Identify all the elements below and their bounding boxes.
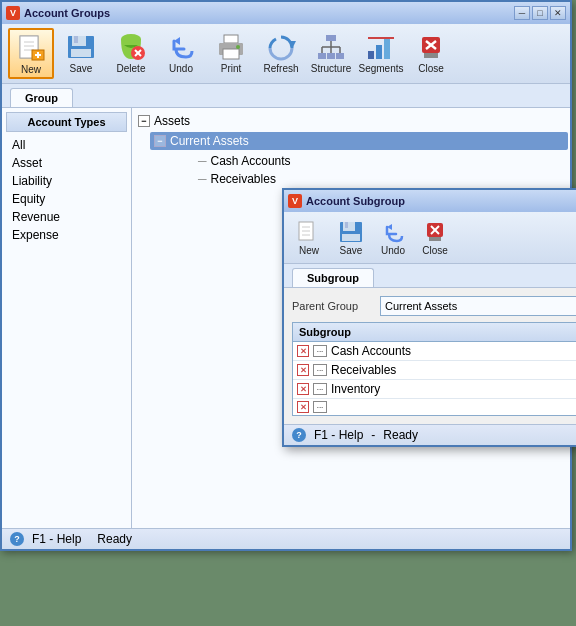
sub-toolbar-close-button[interactable]: Close <box>416 216 454 259</box>
new-icon <box>15 32 47 64</box>
type-revenue[interactable]: Revenue <box>6 208 127 226</box>
toolbar-structure-button[interactable]: Structure <box>308 28 354 79</box>
main-help-icon: ? <box>10 532 24 546</box>
sub-window-title: Account Subgroup <box>306 195 576 207</box>
tree-collapse-assets[interactable]: − <box>138 115 150 127</box>
subgroup-table: Subgroup ✕ ··· Cash Accounts ✕ ··· Recei… <box>292 322 576 416</box>
svg-rect-24 <box>327 53 335 59</box>
toolbar-refresh-button[interactable]: Refresh <box>258 28 304 79</box>
sub-content: Parent Group Subgroup ✕ ··· Cash Account… <box>284 288 576 424</box>
minimize-button[interactable]: ─ <box>514 6 530 20</box>
toolbar-save-button[interactable]: Save <box>58 28 104 79</box>
svg-rect-50 <box>429 237 441 241</box>
tree-collapse-current-assets[interactable]: − <box>154 135 166 147</box>
main-tab-bar: Group <box>2 84 570 108</box>
sub-window-icon: V <box>288 194 302 208</box>
main-content: Account Types All Asset Liability Equity… <box>2 108 570 528</box>
type-liability[interactable]: Liability <box>6 172 127 190</box>
browse-empty-button[interactable]: ··· <box>313 401 327 413</box>
structure-icon <box>315 31 347 63</box>
sub-status-bar: ? F1 - Help - Ready <box>284 424 576 445</box>
tree-item-current-assets[interactable]: − Current Assets <box>150 132 568 150</box>
svg-rect-19 <box>223 49 239 59</box>
svg-rect-16 <box>224 35 238 43</box>
subgroup-inventory-label: Inventory <box>331 382 380 396</box>
toolbar-print-button[interactable]: Print <box>208 28 254 79</box>
sub-toolbar-new-button[interactable]: New <box>290 216 328 259</box>
toolbar-segments-button[interactable]: Segments <box>358 28 404 79</box>
account-types-header: Account Types <box>6 112 127 132</box>
sub-help-text: F1 - Help <box>314 428 363 442</box>
delete-empty-button[interactable]: ✕ <box>297 401 309 413</box>
parent-group-label: Parent Group <box>292 300 372 312</box>
sub-window: V Account Subgroup ✕ <box>282 188 576 447</box>
subgroup-row-empty: ✕ ··· <box>293 399 576 415</box>
right-panel: − Assets − Current Assets ─ Cash Account… <box>132 108 570 528</box>
delete-icon <box>115 31 147 63</box>
tree-root: − Assets <box>138 114 564 128</box>
undo-icon <box>165 31 197 63</box>
sub-save-label: Save <box>340 245 363 256</box>
delete-cash-button[interactable]: ✕ <box>297 345 309 357</box>
svg-point-20 <box>236 45 240 49</box>
delete-label: Delete <box>117 63 146 74</box>
tree-item-receivables[interactable]: ─ Receivables <box>178 170 564 188</box>
sub-toolbar-save-button[interactable]: Save <box>332 216 370 259</box>
subgroup-table-header: Subgroup <box>293 323 576 342</box>
svg-rect-46 <box>342 234 360 241</box>
tree-label-current-assets: Current Assets <box>170 134 249 148</box>
svg-rect-34 <box>368 37 394 39</box>
sub-help-icon: ? <box>292 428 306 442</box>
tree-item-cash-accounts[interactable]: ─ Cash Accounts <box>178 152 564 170</box>
segments-label: Segments <box>358 63 403 74</box>
tab-group[interactable]: Group <box>10 88 73 107</box>
sub-new-label: New <box>299 245 319 256</box>
browse-cash-button[interactable]: ··· <box>313 345 327 357</box>
sub-ready-text: Ready <box>383 428 418 442</box>
subgroup-cash-label: Cash Accounts <box>331 344 411 358</box>
tab-subgroup[interactable]: Subgroup <box>292 268 374 287</box>
delete-inventory-button[interactable]: ✕ <box>297 383 309 395</box>
print-icon <box>215 31 247 63</box>
refresh-label: Refresh <box>263 63 298 74</box>
svg-rect-32 <box>376 45 382 59</box>
svg-rect-10 <box>74 36 78 43</box>
delete-receivables-button[interactable]: ✕ <box>297 364 309 376</box>
type-equity[interactable]: Equity <box>6 190 127 208</box>
structure-label: Structure <box>311 63 352 74</box>
main-help-text: F1 - Help <box>32 532 81 546</box>
sub-status-separator: - <box>371 428 375 442</box>
main-ready-text: Ready <box>97 532 132 546</box>
toolbar-close-button[interactable]: Close <box>408 28 454 79</box>
tree-label-cash-accounts: Cash Accounts <box>211 154 291 168</box>
svg-rect-38 <box>424 53 438 58</box>
toolbar-delete-button[interactable]: Delete <box>108 28 154 79</box>
type-expense[interactable]: Expense <box>6 226 127 244</box>
close-label: Close <box>418 63 444 74</box>
sub-close-icon <box>422 219 448 245</box>
svg-rect-23 <box>318 53 326 59</box>
svg-rect-11 <box>71 49 91 57</box>
type-all[interactable]: All <box>6 136 127 154</box>
subgroup-row-cash: ✕ ··· Cash Accounts <box>293 342 576 361</box>
sub-undo-label: Undo <box>381 245 405 256</box>
main-status-bar: ? F1 - Help Ready <box>2 528 570 549</box>
close-button[interactable]: ✕ <box>550 6 566 20</box>
toolbar-new-button[interactable]: New <box>8 28 54 79</box>
sub-tab-bar: Subgroup <box>284 264 576 288</box>
browse-receivables-button[interactable]: ··· <box>313 364 327 376</box>
svg-rect-25 <box>336 53 344 59</box>
sub-title-bar: V Account Subgroup ✕ <box>284 190 576 212</box>
sub-new-icon <box>296 219 322 245</box>
main-window-controls: ─ □ ✕ <box>514 6 566 20</box>
close-icon <box>415 31 447 63</box>
toolbar-undo-button[interactable]: Undo <box>158 28 204 79</box>
type-asset[interactable]: Asset <box>6 154 127 172</box>
sub-toolbar-undo-button[interactable]: Undo <box>374 216 412 259</box>
maximize-button[interactable]: □ <box>532 6 548 20</box>
parent-group-input[interactable] <box>380 296 576 316</box>
svg-rect-31 <box>368 51 374 59</box>
sub-undo-icon <box>380 219 406 245</box>
new-label: New <box>21 64 41 75</box>
browse-inventory-button[interactable]: ··· <box>313 383 327 395</box>
